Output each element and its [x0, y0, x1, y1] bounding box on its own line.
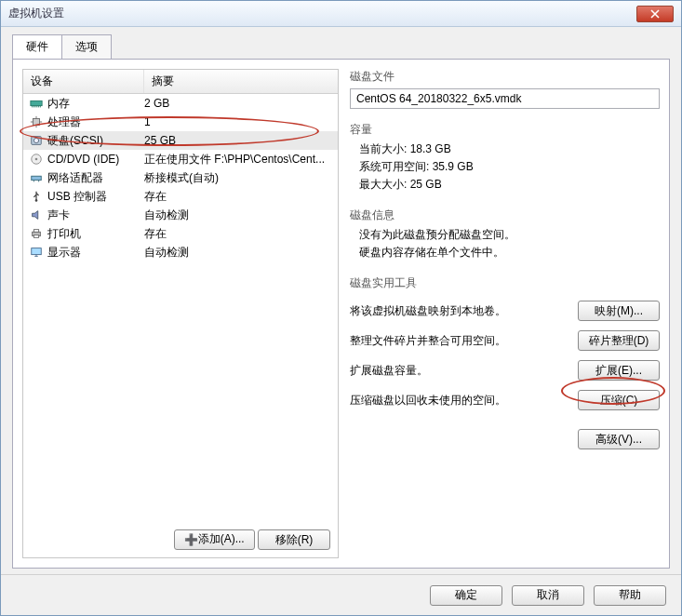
dialog-footer: 确定 取消 帮助	[1, 574, 681, 615]
disk-file-group: 磁盘文件	[350, 69, 660, 109]
util-row-map: 将该虚拟机磁盘映射到本地卷。 映射(M)...	[350, 301, 660, 321]
help-button[interactable]: 帮助	[594, 585, 666, 606]
add-icon: ➕	[184, 533, 198, 546]
tab-hardware[interactable]: 硬件	[12, 34, 62, 59]
cancel-button[interactable]: 取消	[512, 585, 584, 606]
device-name: 处理器	[47, 114, 144, 130]
util-expand-desc: 扩展磁盘容量。	[350, 363, 568, 379]
cpu-icon	[29, 114, 44, 129]
device-name: 显示器	[47, 245, 144, 261]
device-list-buttons: ➕ 添加(A)... 移除(R)	[23, 522, 338, 558]
ok-button[interactable]: 确定	[430, 585, 502, 606]
printer-icon	[29, 226, 44, 241]
device-row[interactable]: 处理器1	[23, 113, 338, 131]
device-row[interactable]: 打印机存在	[23, 224, 338, 243]
util-defrag-desc: 整理文件碎片并整合可用空间。	[350, 333, 568, 349]
device-list-panel: 设备 摘要 内存2 GB处理器1硬盘(SCSI)25 GBCD/DVD (IDE…	[22, 69, 339, 558]
tab-options[interactable]: 选项	[61, 34, 112, 59]
device-row[interactable]: 硬盘(SCSI)25 GB	[23, 131, 338, 150]
map-button[interactable]: 映射(M)...	[578, 301, 660, 321]
device-summary: 正在使用文件 F:\PHP\Centos\Cent...	[144, 152, 338, 167]
device-row[interactable]: 内存2 GB	[23, 94, 338, 113]
expand-button[interactable]: 扩展(E)...	[578, 360, 660, 381]
device-name: USB 控制器	[47, 189, 144, 205]
add-device-button[interactable]: ➕ 添加(A)...	[174, 529, 255, 550]
usb-icon	[29, 189, 44, 204]
svg-rect-9	[33, 230, 38, 233]
device-summary: 25 GB	[144, 134, 338, 147]
tab-strip: 硬件 选项	[12, 34, 670, 59]
close-button[interactable]	[636, 6, 674, 22]
util-compact-desc: 压缩磁盘以回收未使用的空间。	[350, 393, 568, 408]
device-summary: 自动检测	[144, 208, 338, 223]
device-name: 打印机	[47, 226, 144, 242]
device-summary: 1	[144, 115, 338, 128]
device-summary: 2 GB	[144, 97, 338, 110]
svg-point-5	[35, 158, 38, 161]
disk-file-field[interactable]	[350, 88, 660, 109]
col-header-summary[interactable]: 摘要	[144, 70, 338, 93]
dialog-content: 硬件 选项 设备 摘要 内存2 GB处理器1硬盘(SCSI)25 GBCD/DV…	[1, 27, 681, 570]
device-row[interactable]: 声卡自动检测	[23, 206, 338, 224]
capacity-label: 容量	[350, 122, 660, 138]
window-title: 虚拟机设置	[8, 6, 64, 21]
harddisk-icon	[29, 133, 44, 148]
device-row[interactable]: USB 控制器存在	[23, 187, 338, 206]
detail-panel: 磁盘文件 容量 当前大小: 18.3 GB 系统可用空间: 35.9 GB 最大…	[350, 69, 660, 558]
device-name: 网络适配器	[47, 170, 144, 186]
util-row-compact: 压缩磁盘以回收未使用的空间。 压缩(C)	[350, 390, 660, 410]
device-row[interactable]: CD/DVD (IDE)正在使用文件 F:\PHP\Centos\Cent...	[23, 150, 338, 168]
capacity-sysfree: 系统可用空间: 35.9 GB	[359, 159, 660, 175]
memory-icon	[29, 96, 44, 111]
capacity-group: 容量 当前大小: 18.3 GB 系统可用空间: 35.9 GB 最大大小: 2…	[350, 122, 660, 194]
titlebar: 虚拟机设置	[1, 1, 681, 27]
util-row-expand: 扩展磁盘容量。 扩展(E)...	[350, 360, 660, 381]
disk-info-line2: 硬盘内容存储在单个文件中。	[359, 245, 660, 261]
cd-icon	[29, 152, 44, 167]
device-summary: 自动检测	[144, 245, 338, 261]
vm-settings-window: 虚拟机设置 硬件 选项 设备 摘要 内存2 GB处理器1硬盘(SCSI)25 G…	[0, 0, 682, 616]
svg-rect-1	[33, 119, 40, 126]
device-summary: 存在	[144, 189, 338, 205]
disk-file-label: 磁盘文件	[350, 69, 660, 85]
util-row-advanced: 高级(V)...	[350, 429, 660, 449]
svg-point-3	[33, 138, 38, 142]
sound-icon	[29, 208, 44, 222]
compact-button[interactable]: 压缩(C)	[578, 390, 660, 410]
disk-info-group: 磁盘信息 没有为此磁盘预分配磁盘空间。 硬盘内容存储在单个文件中。	[350, 208, 660, 262]
svg-rect-0	[31, 100, 42, 105]
network-icon	[29, 170, 44, 185]
defrag-button[interactable]: 碎片整理(D)	[578, 330, 660, 351]
device-name: 硬盘(SCSI)	[47, 133, 144, 149]
device-list[interactable]: 内存2 GB处理器1硬盘(SCSI)25 GBCD/DVD (IDE)正在使用文…	[23, 94, 338, 522]
advanced-button[interactable]: 高级(V)...	[578, 429, 660, 449]
svg-rect-10	[33, 235, 38, 238]
device-name: 声卡	[47, 208, 144, 223]
disk-utilities-group: 磁盘实用工具 将该虚拟机磁盘映射到本地卷。 映射(M)... 整理文件碎片并整合…	[350, 275, 660, 449]
tab-panel: 设备 摘要 内存2 GB处理器1硬盘(SCSI)25 GBCD/DVD (IDE…	[12, 59, 670, 569]
capacity-current: 当前大小: 18.3 GB	[359, 141, 660, 157]
device-summary: 存在	[144, 226, 338, 242]
device-name: 内存	[47, 96, 144, 112]
add-device-label: 添加(A)...	[198, 531, 245, 547]
device-row[interactable]: 显示器自动检测	[23, 243, 338, 261]
col-header-device[interactable]: 设备	[23, 70, 144, 93]
disk-info-line1: 没有为此磁盘预分配磁盘空间。	[359, 227, 660, 243]
svg-point-7	[35, 199, 38, 202]
disk-info-label: 磁盘信息	[350, 208, 660, 223]
device-row[interactable]: 网络适配器桥接模式(自动)	[23, 168, 338, 187]
device-name: CD/DVD (IDE)	[47, 153, 144, 166]
util-map-desc: 将该虚拟机磁盘映射到本地卷。	[350, 303, 568, 319]
util-row-defrag: 整理文件碎片并整合可用空间。 碎片整理(D)	[350, 330, 660, 351]
svg-rect-6	[32, 176, 42, 180]
remove-device-button[interactable]: 移除(R)	[258, 529, 330, 550]
capacity-max: 最大大小: 25 GB	[359, 177, 660, 193]
display-icon	[29, 245, 44, 260]
disk-utilities-label: 磁盘实用工具	[350, 275, 660, 291]
device-summary: 桥接模式(自动)	[144, 170, 338, 186]
device-list-header: 设备 摘要	[23, 70, 338, 94]
svg-rect-11	[32, 248, 42, 255]
